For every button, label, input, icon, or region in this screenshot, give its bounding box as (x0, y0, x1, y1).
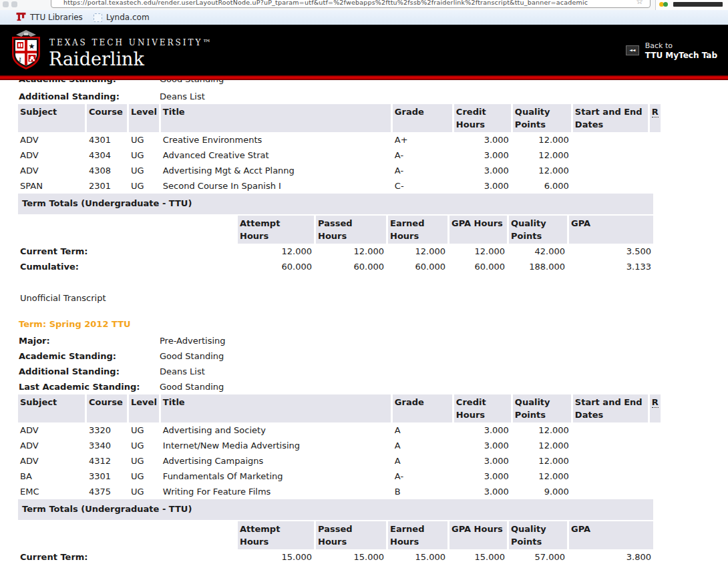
address-bar[interactable]: https://portal.texastech.edu/render.user… (51, 0, 651, 8)
svg-text:⚷: ⚷ (18, 56, 23, 63)
rewind-icon: ◄◄ (626, 45, 639, 55)
info-value: Pre-Advertising (160, 336, 226, 346)
cell-subject: ADV (18, 422, 85, 438)
ttu-shield-logo: ★ ⚷ (9, 29, 43, 73)
cell-grade: B (393, 484, 452, 499)
cell-quality-points: 9.000 (513, 484, 571, 499)
col-title: Title (161, 394, 391, 422)
cell-quality-points: 12.000 (513, 132, 571, 148)
cell-repeat (650, 438, 661, 453)
col-quality-points: Quality Points (513, 104, 571, 132)
col-blank (18, 216, 236, 244)
cell-grade: A- (393, 163, 452, 178)
col-gpa: GPA (569, 216, 653, 244)
col-earned-hours: Earned Hours (388, 521, 447, 549)
bookmark-ttu-libraries[interactable]: TTU Libraries (16, 12, 89, 23)
cell-course: 3301 (87, 469, 127, 484)
cell-repeat (650, 178, 661, 194)
cell-passed: 12.000 (316, 244, 386, 259)
university-name: TEXAS TECH UNIVERSITY™ (49, 38, 213, 47)
col-earned-hours: Earned Hours (388, 216, 447, 244)
bookmark-star-icon[interactable]: ☆ (636, 0, 643, 5)
col-gpa-hours: GPA Hours (449, 521, 507, 549)
cell-quality: 57.000 (509, 549, 567, 565)
bookmark-label: Lynda.com (106, 13, 150, 22)
cell-credit-hours: 3.000 (454, 178, 511, 194)
cell-dates (573, 469, 648, 484)
cell-subject: SPAN (18, 178, 85, 194)
cell-title: Advertising Mgt & Acct Planng (161, 163, 391, 178)
spring-info-rows: Major: Pre-Advertising Academic Standing… (0, 333, 728, 394)
cell-credit-hours: 3.000 (454, 422, 511, 438)
cell-quality-points: 12.000 (513, 438, 571, 453)
cell-dates (573, 178, 648, 194)
course-row: EMC 4375 UG Writing For Feature Films B … (18, 484, 661, 499)
cell-quality: 42.000 (509, 244, 567, 259)
col-quality-points: Quality Points (513, 394, 571, 422)
cell-subject: BA (18, 469, 85, 484)
cell-credit-hours: 3.000 (454, 132, 511, 148)
info-label: Last Academic Standing: (19, 382, 160, 392)
col-repeat: R (650, 394, 661, 422)
bookmarks-bar: TTU Libraries Lynda.com (0, 10, 728, 25)
cell-course: 4304 (87, 148, 127, 163)
back-to-mytech-link[interactable]: ◄◄ Back to TTU MyTech Tab (626, 41, 717, 61)
bookmark-lynda[interactable]: Lynda.com (94, 13, 156, 22)
info-value: Deans List (160, 91, 205, 101)
col-quality-points: Quality Points (509, 521, 567, 549)
col-repeat: R (650, 104, 661, 132)
cell-grade: A- (393, 148, 452, 163)
cell-repeat (650, 484, 661, 499)
col-attempt-hours: Attempt Hours (238, 216, 314, 244)
ttu-double-t-icon (16, 12, 26, 23)
cell-earned: 12.000 (388, 244, 447, 259)
cell-level: UG (129, 132, 159, 148)
cell-grade: C- (393, 178, 452, 194)
cell-repeat (650, 148, 661, 163)
cell-credit-hours: 3.000 (454, 453, 511, 469)
cell-dates (573, 163, 648, 178)
standing-value: Good Standing (160, 80, 224, 84)
background-window-sliver[interactable] (655, 0, 728, 10)
cell-dates (573, 484, 648, 499)
course-row: ADV 4308 UG Advertising Mgt & Acct Plann… (18, 163, 661, 178)
cell-level: UG (129, 453, 159, 469)
col-passed-hours: Passed Hours (316, 521, 386, 549)
cell-course: 3340 (87, 438, 127, 453)
col-gpa-hours: GPA Hours (449, 216, 507, 244)
cell-gpa-hours: 12.000 (449, 244, 507, 259)
totals-row: Current Term: 12.000 12.000 12.000 12.00… (18, 244, 653, 259)
col-credit-hours: Credit Hours (454, 104, 511, 132)
transcript-page: Academic Standing: Good Standing Additio… (0, 80, 728, 565)
cell-dates (573, 148, 648, 163)
col-start-end-dates: Start and End Dates (573, 104, 648, 132)
totals-row: Cumulative: 60.000 60.000 60.000 60.000 … (18, 259, 653, 274)
col-gpa: GPA (569, 521, 653, 549)
back-button[interactable] (3, 1, 9, 7)
cell-subject: EMC (18, 484, 85, 499)
forward-button[interactable] (11, 1, 17, 7)
cell-title: Creative Environments (161, 132, 391, 148)
col-grade: Grade (393, 394, 452, 422)
cell-repeat (650, 453, 661, 469)
col-level: Level (129, 104, 159, 132)
cell-totals-label: Current Term: (18, 244, 236, 259)
cell-course: 2301 (87, 178, 127, 194)
col-course: Course (87, 394, 127, 422)
clipped-standing-row: Academic Standing: Good Standing (19, 80, 728, 89)
back-link-text: Back to TTU MyTech Tab (645, 41, 717, 61)
col-grade: Grade (393, 104, 452, 132)
cell-credit-hours: 3.000 (454, 484, 511, 499)
cell-credit-hours: 3.000 (454, 148, 511, 163)
info-label: Major: (19, 336, 160, 346)
cell-gpa: 3.133 (569, 259, 653, 274)
unofficial-transcript-note: Unofficial Transcript (20, 293, 728, 304)
cell-repeat (650, 132, 661, 148)
cell-course: 3320 (87, 422, 127, 438)
cell-subject: ADV (18, 148, 85, 163)
cell-quality-points: 12.000 (513, 163, 571, 178)
info-label: Academic Standing: (19, 351, 160, 361)
bookmark-label: TTU Libraries (30, 13, 83, 22)
info-label: Additional Standing: (19, 91, 160, 101)
red-accent-bar (0, 75, 728, 80)
